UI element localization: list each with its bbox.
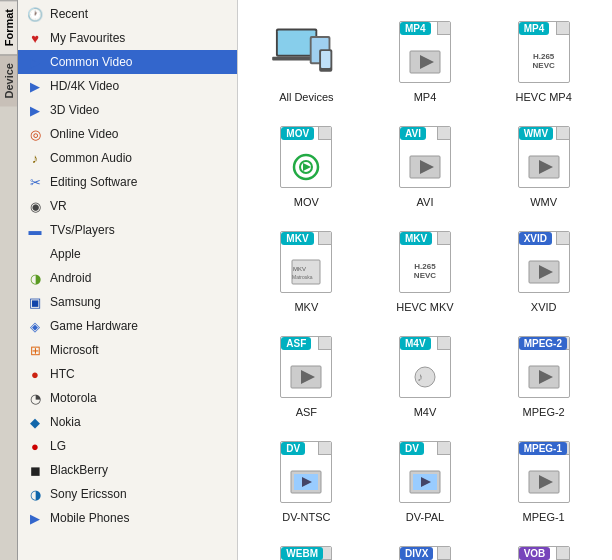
- sidebar-label-editing-sw: Editing Software: [50, 175, 137, 189]
- format-item-mkv[interactable]: MKV MKV Matroska MKV: [250, 222, 363, 317]
- file-graphic-avi: [407, 151, 443, 183]
- format-label-avi: AVI: [417, 196, 434, 208]
- sidebar-label-common-audio: Common Audio: [50, 151, 132, 165]
- content-area: All DevicesMP4 MP4MP4H.265NEVCHEVC MP4MO…: [238, 0, 612, 560]
- file-icon-wmv: WMV: [518, 126, 570, 188]
- format-item-webm[interactable]: WEBM WEBM: [250, 537, 363, 560]
- sidebar-label-hd-video: HD/4K Video: [50, 79, 119, 93]
- format-item-xvid[interactable]: XVID XVID: [487, 222, 600, 317]
- svg-marker-11: [303, 163, 311, 171]
- format-item-dv-ntsc[interactable]: DV DV-NTSC: [250, 432, 363, 527]
- sidebar-item-online-video[interactable]: ◎ Online Video: [18, 122, 237, 146]
- badge-vob: VOB: [519, 547, 551, 560]
- format-label-hevc-mp4: HEVC MP4: [516, 91, 572, 103]
- file-graphic-wmv: [526, 151, 562, 183]
- sidebar-item-blackberry[interactable]: ◼ BlackBerry: [18, 458, 237, 482]
- badge-dv-pal: DV: [400, 442, 424, 455]
- sidebar[interactable]: 🕐 Recent ♥ My Favourites ▶ Common Video …: [18, 0, 238, 560]
- file-graphic-dv-ntsc: [288, 466, 324, 498]
- sidebar-item-sony-ericsson[interactable]: ◑ Sony Ericsson: [18, 482, 237, 506]
- sidebar-item-mobile-phones[interactable]: ▶ Mobile Phones: [18, 506, 237, 530]
- device-label[interactable]: Device: [0, 54, 17, 106]
- format-item-m4v[interactable]: M4V ♪ M4V: [369, 327, 482, 422]
- sidebar-item-motorola[interactable]: ◔ Motorola: [18, 386, 237, 410]
- sidebar-item-htc[interactable]: ● HTC: [18, 362, 237, 386]
- sidebar-icon-common-audio: ♪: [26, 149, 44, 167]
- sidebar-item-game-hardware[interactable]: ◈ Game Hardware: [18, 314, 237, 338]
- file-icon-mpeg2: MPEG-2: [518, 336, 570, 398]
- format-item-hevc-mp4[interactable]: MP4H.265NEVCHEVC MP4: [487, 12, 600, 107]
- sidebar-item-apple[interactable]: Apple: [18, 242, 237, 266]
- sidebar-icon-hd-video: ▶: [26, 77, 44, 95]
- sidebar-item-recent[interactable]: 🕐 Recent: [18, 2, 237, 26]
- file-icon-dv-pal: DV: [399, 441, 451, 503]
- format-label-dv-pal: DV-PAL: [406, 511, 444, 523]
- sidebar-item-lg[interactable]: ● LG: [18, 434, 237, 458]
- sidebar-icon-apple: [26, 245, 44, 263]
- format-grid: All DevicesMP4 MP4MP4H.265NEVCHEVC MP4MO…: [246, 8, 604, 560]
- sidebar-item-nokia[interactable]: ◆ Nokia: [18, 410, 237, 434]
- sidebar-label-favourites: My Favourites: [50, 31, 125, 45]
- sidebar-item-samsung[interactable]: ▣ Samsung: [18, 290, 237, 314]
- format-item-dv-pal[interactable]: DV DV-PAL: [369, 432, 482, 527]
- icon-wrapper-mpeg2: MPEG-2: [509, 331, 579, 403]
- format-item-all-devices[interactable]: All Devices: [250, 12, 363, 107]
- sidebar-label-android: Android: [50, 271, 91, 285]
- badge-dv-ntsc: DV: [281, 442, 305, 455]
- format-item-vob[interactable]: VOB VOB: [487, 537, 600, 560]
- file-icon-m4v: M4V ♪: [399, 336, 451, 398]
- sidebar-item-common-audio[interactable]: ♪ Common Audio: [18, 146, 237, 170]
- sidebar-label-recent: Recent: [50, 7, 88, 21]
- side-labels: Format Device: [0, 0, 18, 560]
- file-graphic-mkv: MKV Matroska: [288, 256, 324, 288]
- sidebar-item-common-video[interactable]: ▶ Common Video: [18, 50, 237, 74]
- format-item-wmv[interactable]: WMV WMV: [487, 117, 600, 212]
- sidebar-icon-lg: ●: [26, 437, 44, 455]
- icon-wrapper-wmv: WMV: [509, 121, 579, 193]
- file-icon-asf: ASF: [280, 336, 332, 398]
- file-icon-avi: AVI: [399, 126, 451, 188]
- sidebar-item-hd-video[interactable]: ▶ HD/4K Video: [18, 74, 237, 98]
- all-devices-svg: [272, 21, 340, 83]
- format-item-avi[interactable]: AVI AVI: [369, 117, 482, 212]
- sidebar-label-htc: HTC: [50, 367, 75, 381]
- badge-mov: MOV: [281, 127, 314, 140]
- file-icon-mp4: MP4: [399, 21, 451, 83]
- badge-avi: AVI: [400, 127, 426, 140]
- format-item-mov[interactable]: MOV MOV: [250, 117, 363, 212]
- file-graphic-mpeg2: [526, 361, 562, 393]
- sidebar-item-3d-video[interactable]: ▶ 3D Video: [18, 98, 237, 122]
- sidebar-section: 🕐 Recent ♥ My Favourites ▶ Common Video …: [18, 0, 237, 532]
- sidebar-icon-samsung: ▣: [26, 293, 44, 311]
- file-graphic-asf: [288, 361, 324, 393]
- badge-mkv: MKV: [281, 232, 313, 245]
- badge-mpeg1: MPEG-1: [519, 442, 567, 455]
- sidebar-label-common-video: Common Video: [50, 55, 133, 69]
- format-item-mp4[interactable]: MP4 MP4: [369, 12, 482, 107]
- icon-wrapper-dv-pal: DV: [390, 436, 460, 508]
- sidebar-icon-online-video: ◎: [26, 125, 44, 143]
- icon-wrapper-mp4: MP4: [390, 16, 460, 88]
- sidebar-icon-microsoft: ⊞: [26, 341, 44, 359]
- sidebar-item-favourites[interactable]: ♥ My Favourites: [18, 26, 237, 50]
- sidebar-item-vr[interactable]: ◉ VR: [18, 194, 237, 218]
- sidebar-item-tvs-players[interactable]: ▬ TVs/Players: [18, 218, 237, 242]
- sidebar-item-android[interactable]: ◑ Android: [18, 266, 237, 290]
- sidebar-item-microsoft[interactable]: ⊞ Microsoft: [18, 338, 237, 362]
- icon-wrapper-m4v: M4V ♪: [390, 331, 460, 403]
- format-label[interactable]: Format: [0, 0, 17, 54]
- sidebar-icon-game-hardware: ◈: [26, 317, 44, 335]
- badge-webm: WEBM: [281, 547, 323, 560]
- badge-wmv: WMV: [519, 127, 553, 140]
- sidebar-item-editing-sw[interactable]: ✂ Editing Software: [18, 170, 237, 194]
- format-item-mpeg1[interactable]: MPEG-1 MPEG-1: [487, 432, 600, 527]
- format-item-mpeg2[interactable]: MPEG-2 MPEG-2: [487, 327, 600, 422]
- format-item-asf[interactable]: ASF ASF: [250, 327, 363, 422]
- sidebar-label-lg: LG: [50, 439, 66, 453]
- badge-hevc-mp4: MP4: [519, 22, 550, 35]
- format-item-divx[interactable]: DIVX DIVX: [369, 537, 482, 560]
- format-item-hevc-mkv[interactable]: MKVH.265NEVCHEVC MKV: [369, 222, 482, 317]
- badge-divx: DIVX: [400, 547, 433, 560]
- file-graphic-mov: [288, 151, 324, 183]
- file-icon-hevc-mkv: MKVH.265NEVC: [399, 231, 451, 293]
